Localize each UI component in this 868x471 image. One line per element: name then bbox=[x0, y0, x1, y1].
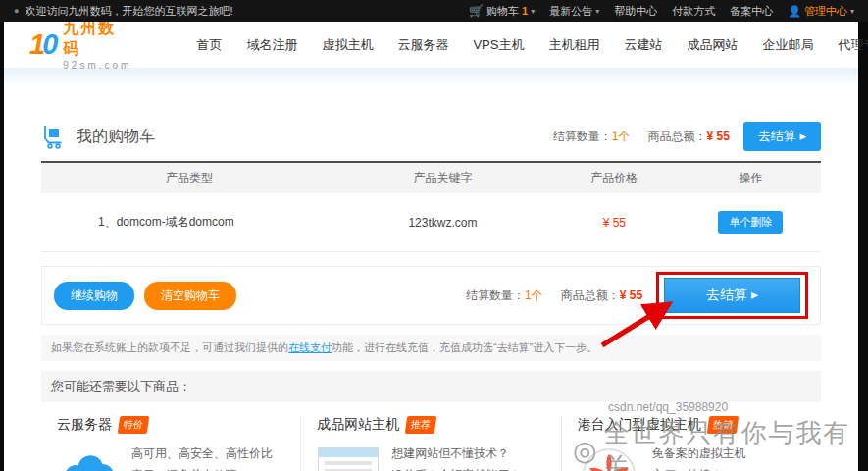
screen: ● 欢迎访问九州数码，开始您的互联网之旅吧! 🛒 购物车 1 ▾ 最新公告 ▾ … bbox=[0, 0, 868, 471]
main-nav: 首页 域名注册 虚拟主机 云服务器 VPS主机 主机租用 云建站 成品网站 企业… bbox=[196, 36, 868, 54]
product-line: 方便、快捷！ bbox=[652, 465, 746, 471]
checkout-button-main[interactable]: 去结算 ▸ bbox=[664, 278, 800, 313]
product-description: 高可用、高安全、高性价比 真云，避免单点故障 满3000省500！ bbox=[131, 444, 273, 471]
checkout-button-top[interactable]: 去结算 ▸ bbox=[743, 122, 821, 151]
clear-cart-button[interactable]: 清空购物车 bbox=[144, 282, 236, 310]
cart-label: 购物车 bbox=[486, 4, 519, 19]
note-text: 功能，进行在线充值，充值成功选“去结算”进入下一步。 bbox=[332, 341, 597, 353]
site-logo[interactable]: 10 九州数码 92sm.com bbox=[29, 19, 131, 71]
nav-item-home[interactable]: 首页 bbox=[196, 36, 222, 54]
website-thumbnail bbox=[318, 447, 379, 471]
table-row: 1、domcom-域名domcom 123tkwz.com ¥ 55 单个删除 bbox=[41, 193, 821, 252]
checkout-label: 去结算 bbox=[758, 129, 796, 143]
total-label: 商品总额： bbox=[561, 288, 620, 304]
recommended-tag: 推荐 bbox=[405, 416, 437, 434]
arrow-right-icon: ▸ bbox=[751, 287, 758, 302]
welcome-text: 欢迎访问九州数码，开始您的互联网之旅吧! bbox=[25, 4, 232, 19]
chevron-down-icon: ▾ bbox=[595, 7, 599, 16]
cart-count-badge: 1 bbox=[522, 5, 528, 17]
delete-item-button[interactable]: 单个删除 bbox=[718, 211, 783, 234]
checkout-label: 去结算 bbox=[706, 287, 747, 302]
nav-item-agent-zone[interactable]: 代理专区 bbox=[838, 36, 868, 54]
hot-sale-tag: 热销 bbox=[706, 416, 739, 434]
product-line: 高可用、高安全、高性价比 bbox=[131, 444, 273, 465]
table-header-row: 产品类型 产品关键字 产品价格 操作 bbox=[41, 163, 821, 193]
chevron-down-icon: ▾ bbox=[531, 7, 535, 16]
cart-summary-top: 结算数量： 1个 商品总额： ¥ 55 去结算 ▸ bbox=[553, 122, 821, 151]
cart-actions-row: 继续购物 清空购物车 结算数量： 1个 商品总额： ¥ 55 去结算 ▸ bbox=[41, 266, 821, 325]
topbar-link-label: 帮助中心 bbox=[614, 4, 657, 19]
logo-mark-icon: 10 bbox=[29, 28, 55, 61]
nav-item-enterprise-email[interactable]: 企业邮局 bbox=[762, 36, 813, 54]
cell-product-keyword: 123tkwz.com bbox=[337, 193, 548, 252]
total-value: ¥ 55 bbox=[706, 130, 729, 143]
cart-page-content: 我的购物车 结算数量： 1个 商品总额： ¥ 55 去结算 ▸ bbox=[4, 88, 858, 471]
cell-product-type: 1、domcom-域名domcom bbox=[41, 193, 337, 252]
topbar-cart-link[interactable]: 🛒 购物车 1 ▾ bbox=[469, 4, 535, 19]
nav-item-domain-registration[interactable]: 域名注册 bbox=[246, 36, 297, 54]
topbar-link-icp-center[interactable]: 备案中心 bbox=[730, 4, 773, 19]
nav-item-virtual-host[interactable]: 虚拟主机 bbox=[322, 36, 373, 54]
logo-name: 九州数码 bbox=[63, 19, 131, 60]
col-header-actions: 操作 bbox=[681, 163, 821, 193]
cart-table: 产品类型 产品关键字 产品价格 操作 1、domcom-域名domcom 123… bbox=[41, 163, 821, 252]
recommended-products: 云服务器 特价 高可用、高安全、高性价比 真云，避免单点故障 bbox=[41, 416, 821, 471]
nav-item-cloud-server[interactable]: 云服务器 bbox=[397, 36, 448, 54]
product-line: 想建网站但不懂技术？ bbox=[391, 444, 521, 465]
col-header-product-price: 产品价格 bbox=[548, 163, 681, 193]
topbar-link-label: 付款方式 bbox=[672, 4, 715, 19]
cart-header-row: 我的购物车 结算数量： 1个 商品总额： ¥ 55 去结算 ▸ bbox=[41, 122, 821, 163]
page: 10 九州数码 92sm.com 首页 域名注册 虚拟主机 云服务器 VPS主机… bbox=[4, 22, 858, 471]
topbar-link-payment-methods[interactable]: 付款方式 bbox=[672, 4, 715, 19]
nav-item-vps[interactable]: VPS主机 bbox=[473, 36, 524, 54]
annotation-highlight-box: 去结算 ▸ bbox=[656, 272, 808, 319]
user-icon: 👤 bbox=[788, 5, 801, 18]
recommendations-header: 您可能还需要以下商品： bbox=[41, 371, 821, 402]
online-payment-link[interactable]: 在线支付 bbox=[288, 341, 332, 353]
admin-center-label: 管理中心 bbox=[804, 4, 847, 19]
product-name: 港台入门型虚拟主机 bbox=[578, 416, 701, 434]
product-description: 想建网站但不懂技术？ 没关系！会打字就能用！ 送域名、主机！成品网站 bbox=[391, 444, 521, 471]
total-label: 商品总额： bbox=[647, 129, 706, 145]
cell-product-price: ¥ 55 bbox=[548, 193, 681, 252]
cart-icon: 🛒 bbox=[469, 4, 484, 18]
page-title: 我的购物车 bbox=[77, 127, 155, 147]
topbar-link-label: 最新公告 bbox=[549, 4, 592, 19]
header-gradient-band bbox=[4, 69, 858, 88]
nav-item-server-rental[interactable]: 主机租用 bbox=[548, 36, 599, 54]
product-card-hk-virtual-host: 港台入门型虚拟主机 热销 bbox=[562, 416, 821, 471]
qty-value: 1个 bbox=[612, 129, 631, 145]
product-card-cloud-server: 云服务器 特价 高可用、高安全、高性价比 真云，避免单点故障 bbox=[41, 416, 301, 471]
product-name: 成品网站主机 bbox=[317, 416, 399, 434]
nav-item-site-builder[interactable]: 云建站 bbox=[624, 36, 662, 54]
site-header: 10 九州数码 92sm.com 首页 域名注册 虚拟主机 云服务器 VPS主机… bbox=[4, 22, 858, 69]
topbar-link-label: 备案中心 bbox=[730, 4, 773, 19]
product-line: 真云，避免单点故障 bbox=[131, 465, 273, 471]
product-line: 没关系！会打字就能用！ bbox=[391, 465, 521, 471]
insufficient-funds-note: 如果您在系统账上的款项不足，可通过我们提供的在线支付功能，进行在线充值，充值成功… bbox=[41, 335, 821, 361]
qty-label: 结算数量： bbox=[553, 129, 612, 145]
total-value: ¥ 55 bbox=[620, 288, 642, 302]
qty-value: 1个 bbox=[525, 288, 543, 304]
logo-text: 九州数码 92sm.com bbox=[63, 19, 131, 71]
product-card-ready-site-host: 成品网站主机 推荐 想建网站但 bbox=[301, 416, 561, 471]
nav-item-ready-made-sites[interactable]: 成品网站 bbox=[687, 36, 738, 54]
cloud-icon bbox=[57, 447, 120, 471]
arrow-right-icon: ▸ bbox=[799, 129, 806, 143]
hand-truck-icon bbox=[41, 124, 67, 149]
col-header-product-keyword: 产品关键字 bbox=[337, 163, 548, 193]
col-header-product-type: 产品类型 bbox=[41, 163, 337, 193]
admin-center-link[interactable]: 👤 管理中心 ▾ bbox=[788, 4, 854, 19]
logo-domain: 92sm.com bbox=[63, 60, 131, 71]
topbar-links: 🛒 购物车 1 ▾ 最新公告 ▾ 帮助中心 付款方式 备案中心 👤 管理中心 ▾ bbox=[469, 4, 854, 19]
topbar-link-help-center[interactable]: 帮助中心 bbox=[614, 4, 657, 19]
continue-shopping-button[interactable]: 继续购物 bbox=[54, 282, 134, 310]
announce-icon: ● bbox=[14, 6, 19, 16]
topbar-link-announcements[interactable]: 最新公告 ▾ bbox=[549, 4, 599, 19]
topbar: ● 欢迎访问九州数码，开始您的互联网之旅吧! 🛒 购物车 1 ▾ 最新公告 ▾ … bbox=[0, 0, 868, 22]
product-description: 免备案的虚拟主机 方便、快捷！ web空间:300M bbox=[652, 444, 746, 471]
chevron-down-icon: ▾ bbox=[850, 7, 854, 16]
qty-label: 结算数量： bbox=[466, 288, 525, 304]
hk-flag-icon bbox=[582, 447, 637, 471]
cart-title: 我的购物车 bbox=[41, 124, 155, 149]
